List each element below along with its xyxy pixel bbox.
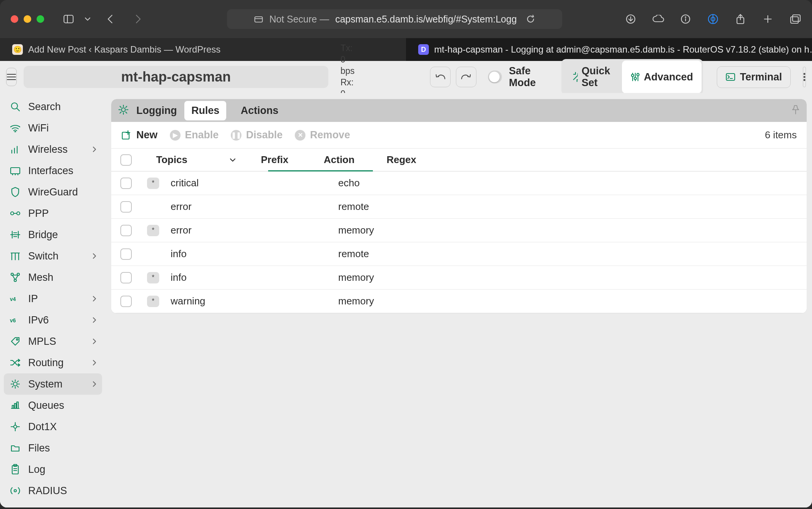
- wifi-icon: [9, 122, 21, 134]
- terminal-button[interactable]: Terminal: [717, 66, 791, 88]
- quick-set-button[interactable]: Quick Set: [563, 61, 622, 93]
- table-row[interactable]: * warning memory: [111, 290, 807, 313]
- default-marker: [147, 248, 159, 260]
- sidebar-item-label: System: [28, 378, 62, 390]
- cell-action: memory: [338, 295, 401, 307]
- default-marker: *: [147, 225, 159, 236]
- sidebar-item-ppp[interactable]: PPP: [4, 203, 102, 224]
- maximize-window-icon[interactable]: [37, 15, 44, 23]
- table-row[interactable]: * info memory: [111, 266, 807, 290]
- sidebar-item-wireguard[interactable]: WireGuard: [4, 181, 102, 203]
- browser-titlebar: Not Secure — capsman.e5.damb.is/webfig/#…: [0, 0, 812, 38]
- sidebar-item-mpls[interactable]: MPLS: [4, 331, 102, 352]
- tab-actions[interactable]: Actions: [234, 101, 285, 120]
- cell-action: memory: [338, 272, 401, 283]
- device-name-box[interactable]: mt-hap-capsman: [24, 66, 328, 88]
- sidebar-item-ip[interactable]: v4 IP: [4, 288, 102, 309]
- table-row[interactable]: * error memory: [111, 219, 807, 242]
- close-window-icon[interactable]: [11, 15, 18, 23]
- hamburger-button[interactable]: [6, 68, 17, 86]
- row-checkbox[interactable]: [120, 178, 132, 189]
- tabs-overview-icon[interactable]: [789, 13, 801, 25]
- sidebar-item-wifi[interactable]: WiFi: [4, 117, 102, 139]
- url-text: capsman.e5.damb.is/webfig/#System:Logg: [335, 14, 517, 25]
- column-topics[interactable]: Topics: [156, 154, 261, 166]
- sidebar-item-label: MPLS: [28, 336, 56, 347]
- sidebar-item-log[interactable]: Log: [4, 459, 102, 480]
- sidebar-item-label: WireGuard: [28, 186, 78, 198]
- redo-button[interactable]: [456, 67, 476, 87]
- safe-mode-toggle[interactable]: [488, 70, 502, 83]
- url-bar[interactable]: Not Secure — capsman.e5.damb.is/webfig/#…: [227, 9, 562, 29]
- sidebar-item-label: Switch: [28, 250, 59, 262]
- table-row[interactable]: error remote: [111, 195, 807, 219]
- sidebar-toggle-icon[interactable]: [62, 13, 75, 25]
- row-checkbox[interactable]: [120, 272, 132, 283]
- enable-button[interactable]: ▶Enable: [170, 129, 219, 141]
- remove-button[interactable]: ✕Remove: [295, 129, 350, 141]
- mode-switcher: Quick Set Advanced: [561, 59, 703, 95]
- chevron-right-icon: [92, 314, 97, 326]
- row-checkbox[interactable]: [120, 225, 132, 236]
- minimize-window-icon[interactable]: [24, 15, 31, 23]
- sidebar-item-radius[interactable]: RADIUS: [4, 480, 102, 501]
- tab-rules[interactable]: Rules: [184, 101, 226, 120]
- column-action[interactable]: Action: [324, 154, 387, 166]
- row-checkbox[interactable]: [120, 296, 132, 307]
- cell-action: echo: [338, 177, 401, 189]
- cloud-icon[interactable]: [652, 13, 664, 25]
- svg-rect-2: [255, 17, 262, 22]
- sidebar-item-label: Mesh: [28, 272, 53, 283]
- folder-icon: [9, 442, 21, 454]
- more-menu-button[interactable]: [803, 67, 806, 87]
- downloads-icon[interactable]: [625, 13, 637, 25]
- row-checkbox[interactable]: [120, 201, 132, 213]
- sidebar-item-label: IP: [28, 293, 38, 305]
- sidebar-item-mesh[interactable]: Mesh: [4, 267, 102, 288]
- new-button[interactable]: New: [121, 129, 158, 141]
- table-row[interactable]: * critical echo: [111, 171, 807, 195]
- sidebar-item-system[interactable]: System: [4, 373, 102, 395]
- cell-topics: info: [171, 272, 275, 283]
- svg-point-25: [631, 74, 634, 77]
- disable-button[interactable]: ❚❚Disable: [231, 129, 283, 141]
- svg-rect-16: [791, 17, 798, 23]
- forward-button[interactable]: [132, 13, 144, 25]
- sidebar-item-interfaces[interactable]: Interfaces: [4, 160, 102, 181]
- advanced-button[interactable]: Advanced: [622, 61, 702, 93]
- sidebar-item-search[interactable]: Search: [4, 96, 102, 117]
- info-icon[interactable]: [679, 13, 692, 25]
- sidebar-item-queues[interactable]: Queues: [4, 395, 102, 416]
- sidebar-item-dot1x[interactable]: Dot1X: [4, 416, 102, 437]
- sidebar-item-wireless[interactable]: Wireless: [4, 139, 102, 160]
- new-tab-icon[interactable]: [762, 13, 774, 25]
- sidebar-item-switch[interactable]: Switch: [4, 245, 102, 267]
- window-controls[interactable]: [11, 15, 44, 23]
- shuffle-icon: [9, 357, 21, 369]
- sidebar-item-bridge[interactable]: Bridge: [4, 224, 102, 245]
- extension-icon[interactable]: [707, 13, 719, 25]
- reload-icon[interactable]: [526, 14, 535, 24]
- row-checkbox[interactable]: [120, 248, 132, 260]
- column-regex[interactable]: Regex: [387, 154, 807, 166]
- share-icon[interactable]: [734, 13, 746, 25]
- table-row[interactable]: info remote: [111, 242, 807, 266]
- browser-tab-1[interactable]: D mt-hap-capsman - Logging at admin@caps…: [406, 38, 812, 61]
- mesh-icon: [9, 271, 21, 283]
- svg-point-43: [11, 212, 14, 215]
- sidebar-item-files[interactable]: Files: [4, 437, 102, 459]
- select-all-checkbox[interactable]: [120, 154, 132, 166]
- cell-topics: error: [171, 201, 275, 213]
- sidebar-item-label: PPP: [28, 208, 49, 219]
- sidebar-item-ipv6[interactable]: v6 IPv6: [4, 309, 102, 331]
- undo-button[interactable]: [430, 67, 451, 87]
- sidebar-item-routing[interactable]: Routing: [4, 352, 102, 373]
- column-prefix[interactable]: Prefix: [261, 154, 324, 166]
- browser-tabstrip: 🙂 Add New Post ‹ Kaspars Dambis — WordPr…: [0, 38, 812, 61]
- tab-group-chevron-icon[interactable]: [82, 13, 94, 25]
- bridge-icon: [9, 229, 21, 241]
- sidebar: Search WiFi Wireless Interfaces WireGuar…: [0, 93, 106, 507]
- back-button[interactable]: [104, 13, 117, 25]
- svg-rect-28: [726, 74, 735, 80]
- pin-icon[interactable]: [791, 105, 800, 116]
